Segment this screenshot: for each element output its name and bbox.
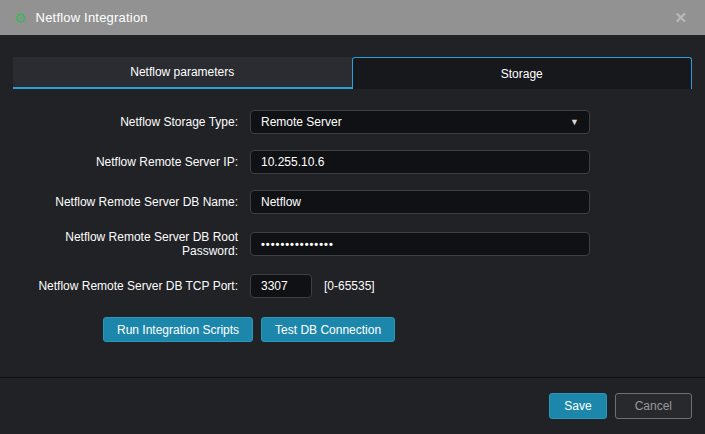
tab-bar: Netflow parameters Storage [13,57,692,89]
run-integration-scripts-button[interactable]: Run Integration Scripts [103,317,253,342]
save-button[interactable]: Save [549,393,606,419]
dialog-title: Netflow Integration [36,10,148,25]
storage-type-select[interactable]: Remote Server ▼ [250,110,590,134]
db-root-password-input[interactable] [250,232,590,256]
cancel-button[interactable]: Cancel [615,393,692,419]
db-name-input[interactable] [250,190,590,214]
db-tcp-port-input[interactable] [250,274,312,298]
form-row-remote-ip: Netflow Remote Server IP: [13,150,692,174]
form-row-db-tcp-port: Netflow Remote Server DB TCP Port: [0-65… [13,274,692,298]
close-icon[interactable]: ✕ [670,8,691,27]
tab-netflow-parameters[interactable]: Netflow parameters [13,57,352,89]
form-row-db-root-password: Netflow Remote Server DB Root Password: [13,230,692,258]
dialog-titlebar: ⚙ Netflow Integration ✕ [0,0,705,35]
db-tcp-port-label: Netflow Remote Server DB TCP Port: [13,279,250,293]
form-action-buttons: Run Integration Scripts Test DB Connecti… [103,317,692,342]
db-root-password-label: Netflow Remote Server DB Root Password: [13,230,250,258]
chevron-down-icon: ▼ [570,118,579,127]
remote-ip-input[interactable] [250,150,590,174]
remote-ip-label: Netflow Remote Server IP: [13,155,250,169]
form-row-db-name: Netflow Remote Server DB Name: [13,190,692,214]
tab-storage[interactable]: Storage [352,57,693,89]
netflow-integration-dialog: ⚙ Netflow Integration ✕ Netflow paramete… [0,0,705,434]
form-row-storage-type: Netflow Storage Type: Remote Server ▼ [13,110,692,134]
storage-form: Netflow Storage Type: Remote Server ▼ Ne… [13,110,692,342]
storage-type-selected-value: Remote Server [261,115,342,129]
gear-icon: ⚙ [14,11,27,25]
tab-label: Netflow parameters [130,65,234,79]
db-name-label: Netflow Remote Server DB Name: [13,195,250,209]
storage-type-label: Netflow Storage Type: [13,115,250,129]
dialog-footer: Save Cancel [0,377,705,434]
test-db-connection-button[interactable]: Test DB Connection [261,317,395,342]
db-tcp-port-range-hint: [0-65535] [324,279,375,293]
tab-label: Storage [501,67,543,81]
dialog-content: Netflow parameters Storage Netflow Stora… [0,35,705,377]
